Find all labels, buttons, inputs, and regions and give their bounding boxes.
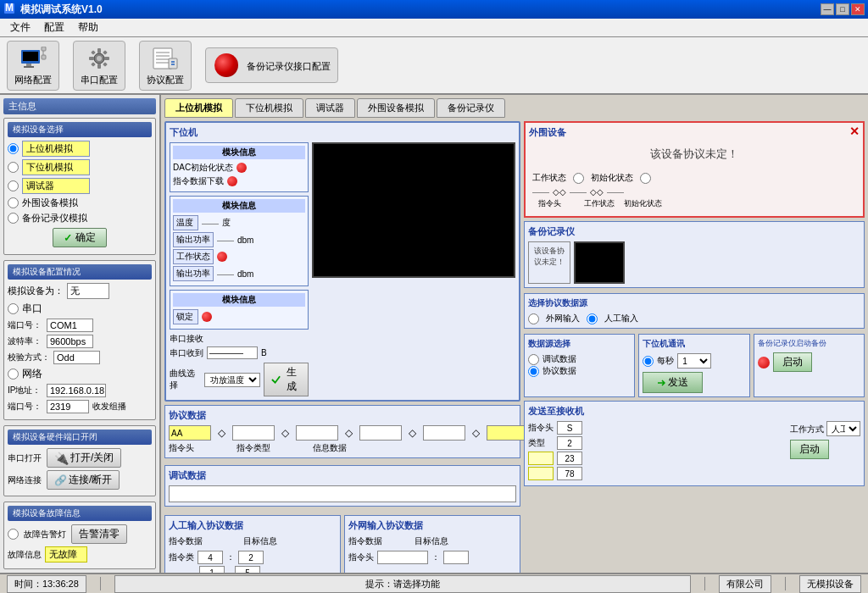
backup-config-btn[interactable]: 备份记录仪接口配置 bbox=[205, 47, 338, 83]
hardware-port-box: 模拟设备硬件端口开闭 串口打开 🔌 打开/关闭 网络连接 🔗 连接/断开 bbox=[3, 425, 156, 496]
receiver-cmd-head-input[interactable] bbox=[557, 421, 582, 435]
tab-bar: 上位机模拟 下位机模拟 调试器 外围设备模拟 备份记录仪 bbox=[164, 98, 865, 118]
tab-upper[interactable]: 上位机模拟 bbox=[164, 98, 233, 118]
per-second-radio[interactable] bbox=[643, 356, 654, 367]
receiver-val1-input[interactable] bbox=[557, 452, 582, 465]
menu-help[interactable]: 帮助 bbox=[71, 19, 105, 36]
protocol-field-4[interactable] bbox=[423, 425, 465, 441]
serial-open-close-btn[interactable]: 🔌 打开/关闭 bbox=[47, 448, 121, 468]
protocol-yellow-1[interactable] bbox=[487, 425, 529, 441]
radio-lower-machine[interactable]: 下位机模拟 bbox=[8, 159, 152, 175]
network-config-btn[interactable]: 网络配置 bbox=[7, 41, 59, 91]
debugger-label: 调试器 bbox=[22, 178, 90, 194]
work-mode-select[interactable]: 人工 bbox=[826, 421, 860, 436]
radio-backup-input[interactable] bbox=[8, 213, 19, 224]
fault-info-title: 模拟设备故障信息 bbox=[8, 506, 152, 521]
receiver-type-label: 类型 bbox=[528, 437, 554, 449]
backup-start-label: 启动 bbox=[782, 356, 803, 368]
curve-select-label: 曲线选择 bbox=[170, 368, 201, 391]
network-radio[interactable] bbox=[8, 369, 19, 380]
serial-config-btn[interactable]: 串口配置 bbox=[73, 41, 125, 91]
outer-target-info-label: 目标信息 bbox=[415, 535, 448, 547]
radio-outer-input[interactable] bbox=[8, 197, 19, 208]
svg-rect-3 bbox=[23, 52, 38, 61]
outer-device-close-btn[interactable]: ✕ bbox=[849, 125, 860, 138]
protocol-field-1[interactable] bbox=[232, 425, 275, 441]
cmd-download-row: 指令数据下载 bbox=[173, 175, 305, 187]
radio-debugger[interactable]: 调试器 bbox=[8, 178, 152, 194]
cmd-type-input[interactable] bbox=[198, 551, 223, 564]
alarm-radio[interactable] bbox=[8, 529, 19, 540]
protocol-data-radio-row: 协议数据 bbox=[528, 365, 631, 377]
debug-data-input[interactable] bbox=[169, 485, 516, 502]
outer-cmd-head2: 指令头 bbox=[532, 198, 566, 209]
protocol-aa-field[interactable] bbox=[169, 425, 211, 441]
module1-title: 模块信息 bbox=[173, 146, 305, 159]
radio-outer-device[interactable]: 外围设备模拟 bbox=[8, 197, 152, 209]
protocol-data-title: 协议数据 bbox=[169, 409, 516, 422]
out-power-val: —— bbox=[217, 236, 234, 245]
backup-start-btn[interactable]: 启动 bbox=[773, 352, 812, 372]
minimize-btn[interactable]: — bbox=[821, 3, 834, 15]
radio-lower-input[interactable] bbox=[8, 162, 19, 173]
frequency-select[interactable]: 1 bbox=[677, 353, 711, 369]
lower-machine-title: 下位机 bbox=[170, 126, 515, 139]
select-protocol-radios: 外网输入 人工输入 bbox=[528, 313, 860, 324]
status-bar: 时间：13:36:28 提示：请选择功能 有限公司 无模拟设备 bbox=[0, 573, 868, 593]
status-sep-2 bbox=[704, 577, 705, 590]
outer-cmd-data-label: 指令数据 bbox=[348, 535, 391, 547]
debug-data-radio[interactable] bbox=[528, 354, 539, 365]
svg-rect-11 bbox=[97, 48, 101, 53]
protocol-icon bbox=[152, 45, 179, 72]
device-confirm-btn[interactable]: ✓ 确定 bbox=[53, 228, 107, 247]
connect-btn[interactable]: 🔗 连接/断开 bbox=[47, 470, 120, 490]
port-num-label: 端口号： bbox=[8, 319, 43, 331]
tab-lower[interactable]: 下位机模拟 bbox=[235, 98, 303, 118]
outer-cmd-head-input[interactable] bbox=[377, 551, 428, 564]
serial-radio[interactable] bbox=[8, 303, 19, 314]
tab-debugger[interactable]: 调试器 bbox=[305, 98, 355, 118]
protocol-field-2[interactable] bbox=[296, 425, 338, 441]
radio-upper-machine[interactable]: 上位机模拟 bbox=[8, 141, 152, 157]
outer-init-radio[interactable] bbox=[640, 173, 651, 184]
clear-alarm-btn[interactable]: 告警清零 bbox=[71, 524, 127, 544]
outer-target-1[interactable] bbox=[443, 551, 469, 564]
tab-outer[interactable]: 外围设备模拟 bbox=[357, 98, 435, 118]
receiver-val2-input[interactable] bbox=[557, 467, 582, 480]
target-input-1[interactable] bbox=[238, 551, 264, 564]
protocol-field-3[interactable] bbox=[359, 425, 402, 441]
data-source-box: 数据源选择 调试数据 协议数据 bbox=[524, 334, 635, 397]
tab-backup[interactable]: 备份记录仪 bbox=[437, 98, 505, 118]
serial-recv-label: 串口接收 bbox=[170, 333, 203, 345]
generate-btn[interactable]: 生成 bbox=[264, 363, 309, 396]
protocol-config-btn[interactable]: 协议配置 bbox=[139, 41, 192, 91]
port-num-value: COM1 bbox=[47, 319, 93, 332]
radio-backup[interactable]: 备份记录仪模拟 bbox=[8, 212, 152, 224]
alarm-label: 故障告警灯 bbox=[24, 529, 66, 540]
func-temp-select[interactable]: 功放温度 bbox=[204, 373, 260, 387]
outer-input-radio[interactable] bbox=[528, 313, 539, 324]
receiver-start-btn[interactable]: 启动 bbox=[790, 440, 829, 459]
receiver-type-input[interactable] bbox=[557, 436, 582, 450]
protocol-data-radio[interactable] bbox=[528, 366, 539, 377]
target-input-2[interactable] bbox=[235, 566, 260, 573]
send-btn[interactable]: 发送 bbox=[643, 372, 703, 393]
maximize-btn[interactable]: □ bbox=[836, 3, 849, 15]
outer-dash: —— bbox=[352, 568, 372, 573]
menu-file[interactable]: 文件 bbox=[3, 19, 37, 36]
receiver-cmd-head-label: 指令头 bbox=[528, 422, 554, 434]
debug-data-section: 调试数据 bbox=[164, 465, 520, 507]
serial-recv-input[interactable] bbox=[207, 346, 258, 359]
close-btn[interactable]: ✕ bbox=[851, 3, 865, 15]
dac-init-label: DAC初始化状态 bbox=[173, 162, 233, 174]
clear-alarm-label: 告警清零 bbox=[79, 527, 120, 541]
menu-config[interactable]: 配置 bbox=[37, 19, 71, 36]
cmd-data-label: 指令数据 bbox=[169, 535, 211, 547]
fault-row: 故障信息 无故障 bbox=[8, 546, 152, 563]
radio-debugger-input[interactable] bbox=[8, 180, 19, 191]
lock-dot bbox=[202, 312, 212, 322]
manual-input-1[interactable] bbox=[199, 566, 225, 573]
radio-upper-input[interactable] bbox=[8, 143, 19, 154]
outer-work-radio[interactable] bbox=[573, 173, 584, 184]
manual-input-radio[interactable] bbox=[587, 313, 598, 324]
